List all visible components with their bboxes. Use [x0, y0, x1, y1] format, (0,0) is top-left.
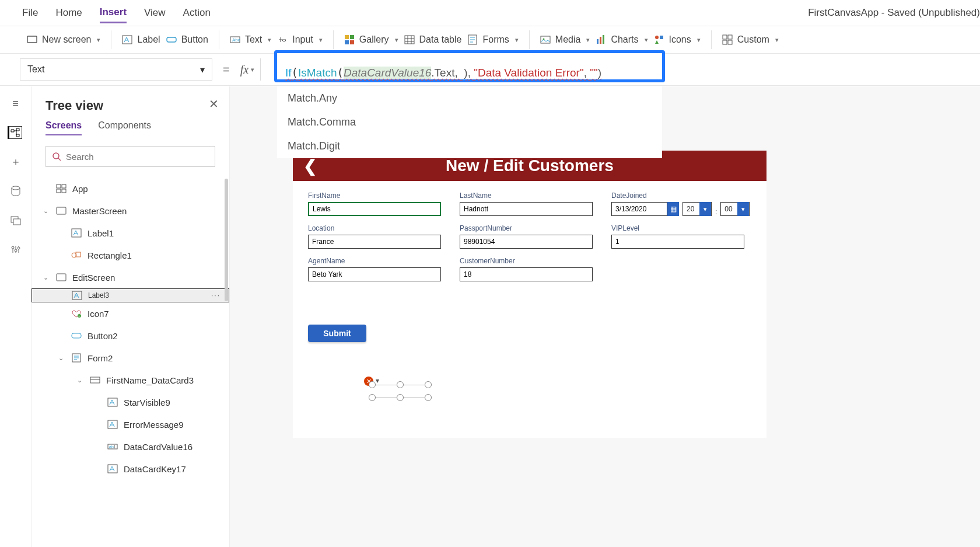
tree-search[interactable] [46, 146, 215, 167]
custno-input[interactable] [460, 267, 593, 281]
svg-rect-30 [62, 184, 66, 188]
intellisense-item[interactable]: Match.Any [277, 86, 662, 110]
charts-menu[interactable]: Charts▾ [596, 34, 648, 45]
label-icon [71, 228, 82, 238]
search-input[interactable] [66, 152, 209, 162]
tab-components[interactable]: Components [98, 120, 151, 135]
label-icon [107, 464, 118, 473]
tree-panel: Tree view ✕ Screens Components App⌄Maste… [32, 86, 230, 547]
calendar-icon[interactable]: ▦ [667, 202, 679, 216]
menu-home[interactable]: Home [55, 4, 82, 22]
svg-rect-44 [108, 398, 117, 406]
tree-item-app[interactable]: App [32, 177, 229, 200]
svg-point-25 [12, 246, 14, 249]
resize-handle[interactable] [425, 394, 432, 401]
submit-button[interactable]: Submit [308, 325, 366, 342]
tree-item-label3[interactable]: Label3··· [32, 288, 229, 302]
tree-item-starvisible9[interactable]: StarVisible9 [32, 391, 229, 413]
menu-view[interactable]: View [144, 4, 166, 22]
scrollbar-thumb[interactable] [225, 179, 228, 301]
label-icon [72, 291, 82, 300]
hamburger-icon[interactable]: ≡ [9, 97, 22, 110]
insert-icon[interactable]: ＋ [9, 155, 22, 168]
passport-input[interactable] [460, 235, 593, 249]
firstname-input[interactable] [308, 202, 441, 216]
menu-bar: File Home Insert View Action FirstCanvas… [0, 0, 980, 26]
tree-item-errormessage9[interactable]: ErrorMessage9 [32, 413, 229, 435]
back-icon[interactable]: ❮ [303, 156, 317, 176]
advanced-icon[interactable] [9, 243, 22, 256]
new-screen-button[interactable]: New screen▾ [27, 34, 100, 45]
agent-input[interactable] [308, 267, 441, 281]
vip-input[interactable] [611, 235, 744, 249]
tab-screens[interactable]: Screens [46, 120, 82, 135]
forms-menu[interactable]: Forms▾ [467, 34, 518, 45]
tree-item-label1[interactable]: Label1 [32, 222, 229, 244]
tree-item-rectangle1[interactable]: Rectangle1 [32, 244, 229, 266]
icons-menu[interactable]: Icons▾ [654, 34, 701, 45]
tree-item-label: Form2 [88, 353, 113, 363]
svg-rect-9 [405, 36, 414, 44]
tree-view-icon[interactable] [8, 126, 22, 139]
tree-item-label: Label3 [88, 291, 109, 299]
resize-handle[interactable] [369, 381, 376, 388]
tree-item-firstname_datacard3[interactable]: ⌄FirstName_DataCard3 [32, 369, 229, 391]
location-input[interactable] [308, 235, 441, 249]
gallery-menu[interactable]: Gallery▾ [344, 34, 398, 45]
hour-select[interactable]: 20▾ [682, 202, 712, 216]
menu-action[interactable]: Action [183, 4, 211, 22]
data-icon[interactable] [9, 184, 22, 197]
menu-file[interactable]: File [22, 4, 38, 22]
tree-item-masterscreen[interactable]: ⌄MasterScreen [32, 200, 229, 222]
svg-rect-21 [728, 40, 732, 44]
resize-handle[interactable] [369, 394, 376, 401]
icon7-icon: + [71, 309, 82, 318]
more-icon[interactable]: ··· [211, 291, 220, 299]
svg-rect-15 [603, 35, 604, 44]
svg-text:Abc: Abc [232, 37, 240, 43]
button-button[interactable]: Button [166, 34, 208, 45]
minute-select[interactable]: 00▾ [720, 202, 750, 216]
intellisense-item[interactable]: Match.Comma [277, 110, 662, 134]
svg-rect-14 [600, 37, 601, 44]
firstname-label: FirstName [308, 191, 441, 200]
tree-item-label: StarVisible9 [124, 398, 170, 407]
label-button[interactable]: Label [122, 34, 160, 45]
datejoined-date[interactable] [611, 202, 667, 216]
svg-rect-11 [541, 36, 550, 43]
svg-rect-24 [13, 219, 20, 225]
svg-rect-37 [57, 274, 66, 281]
menu-insert[interactable]: Insert [100, 3, 127, 23]
custom-menu[interactable]: Custom▾ [722, 34, 779, 45]
resize-handle[interactable] [425, 381, 432, 388]
media-rail-icon[interactable] [9, 214, 22, 227]
datejoined-label: DateJoined [611, 191, 750, 200]
media-menu[interactable]: Media▾ [540, 34, 590, 45]
left-rail: ≡ ＋ [0, 86, 32, 547]
svg-rect-19 [728, 35, 732, 39]
lastname-input[interactable] [460, 202, 593, 216]
intellisense-item[interactable]: Match.Digit [277, 134, 662, 158]
close-icon[interactable]: ✕ [209, 97, 219, 111]
tree-item-form2[interactable]: ⌄Form2 [32, 347, 229, 369]
chart-icon [596, 34, 606, 45]
tree-item-datacardkey17[interactable]: DataCardKey17 [32, 458, 229, 480]
text-menu[interactable]: Abc Text▾ [230, 34, 271, 45]
agent-label: AgentName [308, 257, 441, 265]
svg-text:+: + [78, 314, 80, 318]
tree-item-label: Icon7 [88, 309, 109, 319]
data-table-button[interactable]: Data table [404, 34, 462, 45]
svg-rect-29 [57, 184, 61, 188]
formula-input[interactable]: If(IsMatch(DataCardValue16.Text, ), "Dat… [274, 50, 665, 82]
tree-item-icon7[interactable]: +Icon7 [32, 302, 229, 325]
resize-handle[interactable] [397, 394, 404, 401]
tree-item-editscreen[interactable]: ⌄EditScreen [32, 266, 229, 288]
property-selector[interactable]: Text▾ [20, 58, 212, 81]
fx-expand[interactable]: ▾ [251, 58, 261, 81]
tree-item-button2[interactable]: Button2 [32, 325, 229, 347]
chevron-down-icon: ⌄ [58, 354, 65, 362]
input-menu[interactable]: Input▾ [277, 34, 323, 45]
svg-point-27 [18, 247, 20, 249]
resize-handle[interactable] [397, 381, 404, 388]
tree-item-datacardvalue16[interactable]: abDataCardValue16 [32, 435, 229, 458]
